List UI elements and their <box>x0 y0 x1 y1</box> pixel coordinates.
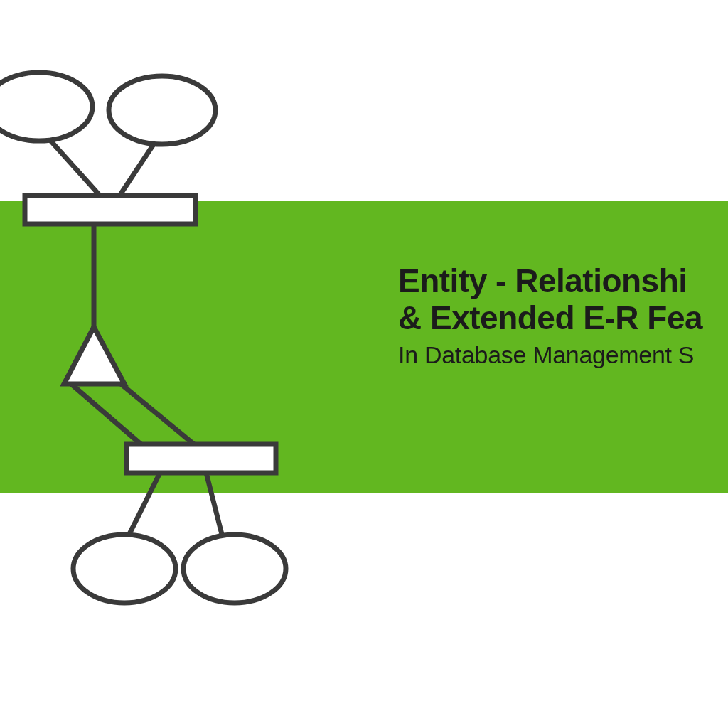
connector <box>71 384 149 451</box>
connector <box>121 384 203 451</box>
entity-rect <box>127 444 276 473</box>
attribute-ellipse <box>183 535 286 603</box>
attribute-ellipse <box>0 73 92 141</box>
title-line-1: Entity - Relationshi <box>398 263 728 300</box>
isa-triangle <box>64 327 124 384</box>
title-block: Entity - Relationshi & Extended E-R Fea … <box>398 263 728 370</box>
er-diagram <box>0 0 334 640</box>
title-line-2: & Extended E-R Fea <box>398 300 728 337</box>
attribute-ellipse <box>73 535 176 603</box>
canvas: Entity - Relationshi & Extended E-R Fea … <box>0 0 728 728</box>
entity-rect <box>25 196 196 224</box>
attribute-ellipse <box>109 76 215 144</box>
subtitle: In Database Management S <box>398 339 728 370</box>
